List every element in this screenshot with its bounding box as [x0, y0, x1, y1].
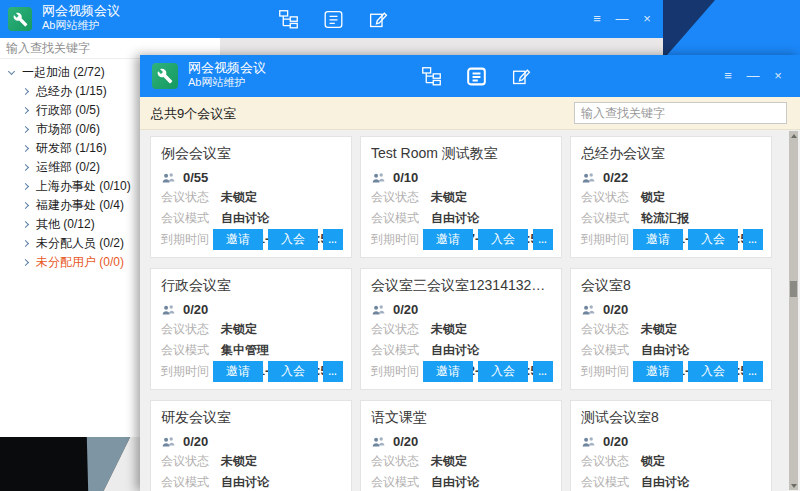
- status-value: 锁定: [641, 189, 665, 206]
- join-button[interactable]: 入会: [688, 229, 738, 250]
- menu-icon[interactable]: ≡: [589, 11, 605, 27]
- status-label: 会议状态: [161, 321, 221, 338]
- tree-item-label: 未分配人员 (0/2): [36, 235, 124, 252]
- wallpaper-blue-stripe: [663, 0, 800, 55]
- member-count: 0/20: [393, 302, 418, 317]
- edit-icon[interactable]: [367, 8, 389, 30]
- invite-button[interactable]: 邀请: [423, 229, 473, 250]
- tree-chevron-icon: [22, 259, 29, 266]
- mode-label: 会议模式: [581, 342, 641, 359]
- close-icon[interactable]: ×: [770, 68, 786, 84]
- mode-label: 会议模式: [371, 474, 431, 491]
- desktop-wallpaper-bottom-left: [0, 437, 140, 491]
- member-count: 0/20: [183, 434, 208, 449]
- member-count: 0/20: [393, 434, 418, 449]
- status-label: 会议状态: [161, 189, 221, 206]
- more-button[interactable]: …: [323, 361, 343, 382]
- more-button[interactable]: …: [743, 361, 763, 382]
- tree-chevron-icon: [22, 221, 29, 228]
- members-icon: [581, 172, 596, 184]
- join-button[interactable]: 入会: [478, 361, 528, 382]
- room-count-summary: 总共9个会议室: [151, 105, 236, 123]
- tree-chevron-icon: [22, 164, 29, 171]
- tree-chevron-icon: [22, 202, 29, 209]
- org-chart-icon[interactable]: [277, 8, 299, 30]
- status-value: 锁定: [641, 453, 665, 470]
- status-label: 会议状态: [581, 453, 641, 470]
- status-label: 会议状态: [371, 189, 431, 206]
- tree-chevron-icon: [22, 126, 29, 133]
- tree-chevron-icon: [8, 67, 15, 74]
- back-window-titlebar: 网会视频会议 Ab网站维护 ≡ — ×: [0, 0, 663, 38]
- more-button[interactable]: …: [533, 229, 553, 250]
- join-button[interactable]: 入会: [268, 361, 318, 382]
- status-value: 未锁定: [431, 189, 467, 206]
- mode-value: 自由讨论: [431, 474, 479, 491]
- tree-item-label: 市场部 (0/6): [36, 121, 100, 138]
- room-name: Test Room 测试教室: [371, 145, 551, 163]
- member-count: 0/55: [183, 170, 208, 185]
- app-subtitle: Ab网站维护: [188, 76, 266, 90]
- scrollbar-thumb[interactable]: [790, 281, 797, 297]
- front-window-titlebar: 网会视频会议 Ab网站维护 ≡ — ×: [140, 55, 800, 97]
- members-icon: [371, 436, 386, 448]
- invite-button[interactable]: 邀请: [633, 229, 683, 250]
- member-count: 0/20: [183, 302, 208, 317]
- mode-value: 自由讨论: [641, 342, 689, 359]
- minimize-icon[interactable]: —: [614, 11, 630, 27]
- status-value: 未锁定: [431, 321, 467, 338]
- more-button[interactable]: …: [323, 229, 343, 250]
- tree-chevron-icon: [22, 183, 29, 190]
- members-icon: [161, 304, 176, 316]
- scroll-up-arrow-icon[interactable]: [789, 131, 798, 140]
- status-label: 会议状态: [581, 321, 641, 338]
- mode-label: 会议模式: [371, 342, 431, 359]
- members-icon: [161, 436, 176, 448]
- org-chart-icon[interactable]: [420, 65, 442, 87]
- members-icon: [371, 304, 386, 316]
- more-button[interactable]: …: [743, 229, 763, 250]
- rooms-list-icon[interactable]: [322, 8, 344, 30]
- invite-button[interactable]: 邀请: [213, 229, 263, 250]
- status-label: 会议状态: [371, 453, 431, 470]
- join-button[interactable]: 入会: [688, 361, 738, 382]
- rooms-list-icon[interactable]: [465, 65, 487, 87]
- scroll-down-arrow-icon[interactable]: [789, 481, 798, 490]
- mode-value: 轮流汇报: [641, 210, 689, 227]
- close-icon[interactable]: ×: [639, 11, 655, 27]
- tree-item-label: 总经办 (1/15): [36, 83, 107, 100]
- room-name: 总经办会议室: [581, 145, 761, 163]
- meeting-room-card: 语文课堂 0/20 会议状态 未锁定 会议模式 自由讨论 到期时间 2022-0…: [360, 400, 562, 491]
- mode-value: 自由讨论: [221, 474, 269, 491]
- meeting-room-card: 行政会议室 0/20 会议状态 未锁定 会议模式 集中管理 到期时间 2023-…: [150, 268, 352, 390]
- room-list-area: 例会会议室 0/55 会议状态 未锁定 会议模式 自由讨论 到期时间 2028-…: [140, 130, 800, 491]
- mode-value: 自由讨论: [431, 210, 479, 227]
- members-icon: [161, 172, 176, 184]
- mode-label: 会议模式: [161, 210, 221, 227]
- join-button[interactable]: 入会: [268, 229, 318, 250]
- meeting-room-card: 测试会议室8 0/20 会议状态 锁定 会议模式 自由讨论 到期时间 2021-…: [570, 400, 772, 491]
- status-label: 会议状态: [161, 453, 221, 470]
- expire-label: 到期时间: [581, 231, 641, 248]
- invite-button[interactable]: 邀请: [633, 361, 683, 382]
- member-count: 0/20: [603, 302, 628, 317]
- meeting-room-card: 总经办会议室 0/22 会议状态 锁定 会议模式 轮流汇报 到期时间 2022-…: [570, 136, 772, 258]
- member-count: 0/22: [603, 170, 628, 185]
- minimize-icon[interactable]: —: [745, 68, 761, 84]
- members-icon: [581, 304, 596, 316]
- room-search-input[interactable]: [575, 103, 786, 123]
- room-name: 行政会议室: [161, 277, 341, 295]
- edit-icon[interactable]: [510, 65, 532, 87]
- join-button[interactable]: 入会: [478, 229, 528, 250]
- status-value: 未锁定: [221, 453, 257, 470]
- room-card-grid: 例会会议室 0/55 会议状态 未锁定 会议模式 自由讨论 到期时间 2028-…: [140, 130, 800, 491]
- meeting-room-card: 例会会议室 0/55 会议状态 未锁定 会议模式 自由讨论 到期时间 2028-…: [150, 136, 352, 258]
- invite-button[interactable]: 邀请: [213, 361, 263, 382]
- more-button[interactable]: …: [533, 361, 553, 382]
- scrollbar[interactable]: [789, 131, 798, 490]
- room-name: 语文课堂: [371, 409, 551, 427]
- desktop-wallpaper-top-right: [663, 0, 800, 55]
- invite-button[interactable]: 邀请: [423, 361, 473, 382]
- menu-icon[interactable]: ≡: [720, 68, 736, 84]
- status-value: 未锁定: [221, 189, 257, 206]
